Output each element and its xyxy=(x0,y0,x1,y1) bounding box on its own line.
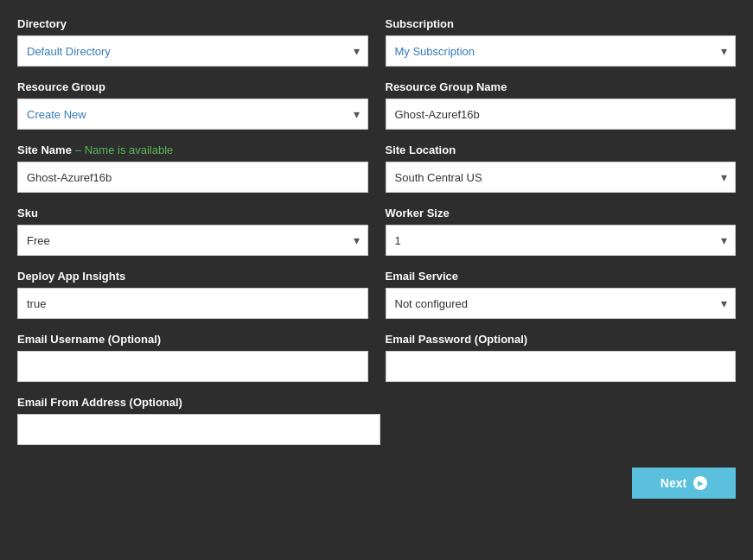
sku-select-wrapper: Free xyxy=(17,225,368,256)
next-arrow-icon xyxy=(693,476,707,490)
site-location-select[interactable]: South Central US xyxy=(386,162,737,193)
deploy-app-insights-group: Deploy App Insights xyxy=(17,270,368,319)
worker-size-group: Worker Size 1 xyxy=(386,207,737,256)
resource-group-select-wrapper: Create New xyxy=(17,99,368,130)
resource-group-name-input[interactable] xyxy=(386,99,737,130)
directory-select-wrapper: Default Directory xyxy=(17,35,368,67)
email-service-select[interactable]: Not configured xyxy=(386,288,737,319)
subscription-label: Subscription xyxy=(386,17,737,30)
directory-select[interactable]: Default Directory xyxy=(17,35,368,67)
sku-group: Sku Free xyxy=(17,207,368,256)
email-password-label: Email Password (Optional) xyxy=(386,333,737,346)
worker-size-label: Worker Size xyxy=(386,207,737,220)
resource-group-name-group: Resource Group Name xyxy=(386,80,737,130)
email-service-label: Email Service xyxy=(386,270,737,283)
subscription-group: Subscription My Subscription xyxy=(386,17,737,67)
email-service-select-wrapper: Not configured xyxy=(386,288,737,319)
email-password-input[interactable] xyxy=(386,351,737,382)
resource-group-select[interactable]: Create New xyxy=(17,99,368,130)
worker-size-select-wrapper: 1 xyxy=(386,225,737,256)
deploy-app-insights-input[interactable] xyxy=(17,288,368,319)
email-username-label: Email Username (Optional) xyxy=(17,333,368,346)
site-name-input[interactable] xyxy=(17,162,368,193)
site-name-available: – Name is available xyxy=(75,143,173,156)
next-button[interactable]: Next xyxy=(632,468,736,499)
deploy-app-insights-label: Deploy App Insights xyxy=(17,270,368,283)
worker-size-select[interactable]: 1 xyxy=(386,225,737,256)
directory-group: Directory Default Directory xyxy=(17,17,368,67)
email-from-address-input[interactable] xyxy=(17,414,380,445)
directory-label: Directory xyxy=(17,17,368,30)
email-from-address-label: Email From Address (Optional) xyxy=(17,396,736,409)
resource-group-group: Resource Group Create New xyxy=(17,80,368,130)
footer: Next xyxy=(17,468,736,499)
email-from-address-group: Email From Address (Optional) xyxy=(17,396,736,445)
resource-group-label: Resource Group xyxy=(17,80,368,93)
site-location-group: Site Location South Central US xyxy=(386,143,737,193)
site-name-group: Site Name– Name is available xyxy=(17,143,368,193)
site-location-select-wrapper: South Central US xyxy=(386,162,737,193)
email-password-group: Email Password (Optional) xyxy=(386,333,737,382)
email-username-group: Email Username (Optional) xyxy=(17,333,368,382)
site-name-label: Site Name– Name is available xyxy=(17,143,368,156)
site-location-label: Site Location xyxy=(386,143,737,156)
subscription-select[interactable]: My Subscription xyxy=(386,35,737,67)
email-service-group: Email Service Not configured xyxy=(386,270,737,319)
sku-label: Sku xyxy=(17,207,368,220)
email-username-input[interactable] xyxy=(17,351,368,382)
sku-select[interactable]: Free xyxy=(17,225,368,256)
resource-group-name-label: Resource Group Name xyxy=(386,80,737,93)
next-button-label: Next xyxy=(660,476,686,490)
subscription-select-wrapper: My Subscription xyxy=(386,35,737,67)
